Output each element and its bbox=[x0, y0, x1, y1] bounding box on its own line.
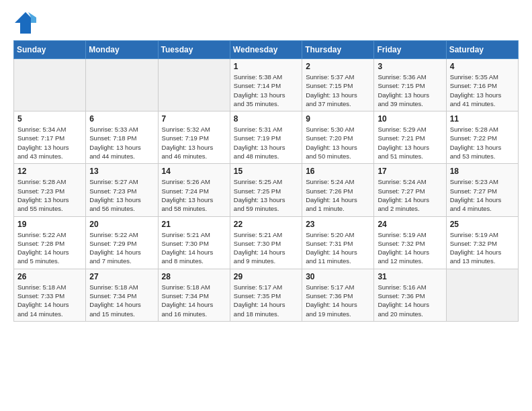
day-info: Sunrise: 5:26 AM Sunset: 7:24 PM Dayligh… bbox=[162, 177, 226, 213]
logo-icon bbox=[13, 11, 38, 35]
day-number: 17 bbox=[378, 167, 442, 176]
day-info: Sunrise: 5:34 AM Sunset: 7:17 PM Dayligh… bbox=[17, 125, 82, 161]
calendar-cell: 16Sunrise: 5:24 AM Sunset: 7:26 PM Dayli… bbox=[302, 164, 374, 216]
calendar-cell: 19Sunrise: 5:22 AM Sunset: 7:28 PM Dayli… bbox=[14, 216, 86, 269]
day-number: 18 bbox=[450, 167, 515, 176]
day-number: 2 bbox=[306, 62, 370, 71]
calendar-cell: 10Sunrise: 5:29 AM Sunset: 7:21 PM Dayli… bbox=[374, 111, 446, 164]
day-number: 14 bbox=[162, 167, 226, 176]
calendar-cell: 7Sunrise: 5:32 AM Sunset: 7:19 PM Daylig… bbox=[158, 111, 230, 164]
calendar-week-row: 19Sunrise: 5:22 AM Sunset: 7:28 PM Dayli… bbox=[14, 216, 519, 269]
day-info: Sunrise: 5:33 AM Sunset: 7:18 PM Dayligh… bbox=[89, 125, 154, 161]
calendar-cell: 5Sunrise: 5:34 AM Sunset: 7:17 PM Daylig… bbox=[14, 111, 86, 164]
day-info: Sunrise: 5:24 AM Sunset: 7:26 PM Dayligh… bbox=[306, 177, 370, 213]
calendar-cell: 15Sunrise: 5:25 AM Sunset: 7:25 PM Dayli… bbox=[230, 164, 302, 216]
day-info: Sunrise: 5:27 AM Sunset: 7:23 PM Dayligh… bbox=[89, 177, 154, 213]
day-info: Sunrise: 5:37 AM Sunset: 7:15 PM Dayligh… bbox=[306, 73, 370, 108]
day-info: Sunrise: 5:18 AM Sunset: 7:34 PM Dayligh… bbox=[162, 283, 226, 318]
day-number: 27 bbox=[89, 272, 154, 281]
day-info: Sunrise: 5:28 AM Sunset: 7:22 PM Dayligh… bbox=[450, 125, 515, 161]
calendar-header-row: SundayMondayTuesdayWednesdayThursdayFrid… bbox=[14, 41, 519, 59]
day-info: Sunrise: 5:17 AM Sunset: 7:35 PM Dayligh… bbox=[234, 283, 298, 318]
day-number: 6 bbox=[89, 114, 154, 124]
day-info: Sunrise: 5:18 AM Sunset: 7:34 PM Dayligh… bbox=[89, 283, 154, 318]
day-number: 29 bbox=[234, 272, 298, 281]
calendar-cell bbox=[86, 59, 158, 111]
day-info: Sunrise: 5:21 AM Sunset: 7:30 PM Dayligh… bbox=[234, 230, 298, 266]
calendar-cell: 1Sunrise: 5:38 AM Sunset: 7:14 PM Daylig… bbox=[230, 59, 302, 111]
calendar-cell: 26Sunrise: 5:18 AM Sunset: 7:33 PM Dayli… bbox=[14, 269, 86, 321]
col-header-monday: Monday bbox=[86, 41, 158, 59]
day-info: Sunrise: 5:19 AM Sunset: 7:32 PM Dayligh… bbox=[450, 230, 515, 266]
day-number: 31 bbox=[378, 272, 442, 281]
col-header-tuesday: Tuesday bbox=[158, 41, 230, 59]
calendar-cell: 9Sunrise: 5:30 AM Sunset: 7:20 PM Daylig… bbox=[302, 111, 374, 164]
calendar-cell: 28Sunrise: 5:18 AM Sunset: 7:34 PM Dayli… bbox=[158, 269, 230, 321]
calendar-cell: 30Sunrise: 5:17 AM Sunset: 7:36 PM Dayli… bbox=[302, 269, 374, 321]
day-info: Sunrise: 5:28 AM Sunset: 7:23 PM Dayligh… bbox=[17, 177, 82, 213]
day-number: 1 bbox=[234, 62, 298, 71]
calendar-cell: 3Sunrise: 5:36 AM Sunset: 7:15 PM Daylig… bbox=[374, 59, 446, 111]
calendar-cell: 2Sunrise: 5:37 AM Sunset: 7:15 PM Daylig… bbox=[302, 59, 374, 111]
day-info: Sunrise: 5:29 AM Sunset: 7:21 PM Dayligh… bbox=[378, 125, 442, 161]
calendar-cell: 20Sunrise: 5:22 AM Sunset: 7:29 PM Dayli… bbox=[86, 216, 158, 269]
day-info: Sunrise: 5:19 AM Sunset: 7:32 PM Dayligh… bbox=[378, 230, 442, 266]
logo bbox=[13, 11, 42, 35]
day-number: 22 bbox=[234, 220, 298, 229]
day-info: Sunrise: 5:21 AM Sunset: 7:30 PM Dayligh… bbox=[162, 230, 226, 266]
calendar-cell: 24Sunrise: 5:19 AM Sunset: 7:32 PM Dayli… bbox=[374, 216, 446, 269]
day-number: 12 bbox=[17, 167, 82, 176]
day-number: 21 bbox=[162, 220, 226, 229]
calendar-cell: 27Sunrise: 5:18 AM Sunset: 7:34 PM Dayli… bbox=[86, 269, 158, 321]
day-info: Sunrise: 5:23 AM Sunset: 7:27 PM Dayligh… bbox=[450, 177, 515, 213]
day-number: 19 bbox=[17, 220, 82, 229]
calendar-cell bbox=[446, 269, 518, 321]
day-info: Sunrise: 5:22 AM Sunset: 7:28 PM Dayligh… bbox=[17, 230, 82, 266]
page-header bbox=[13, 11, 519, 35]
day-info: Sunrise: 5:20 AM Sunset: 7:31 PM Dayligh… bbox=[306, 230, 370, 266]
day-info: Sunrise: 5:16 AM Sunset: 7:36 PM Dayligh… bbox=[378, 283, 442, 318]
calendar-cell: 17Sunrise: 5:24 AM Sunset: 7:27 PM Dayli… bbox=[374, 164, 446, 216]
calendar-cell: 13Sunrise: 5:27 AM Sunset: 7:23 PM Dayli… bbox=[86, 164, 158, 216]
day-info: Sunrise: 5:24 AM Sunset: 7:27 PM Dayligh… bbox=[378, 177, 442, 213]
day-number: 28 bbox=[162, 272, 226, 281]
day-number: 15 bbox=[234, 167, 298, 176]
calendar-cell: 14Sunrise: 5:26 AM Sunset: 7:24 PM Dayli… bbox=[158, 164, 230, 216]
day-info: Sunrise: 5:30 AM Sunset: 7:20 PM Dayligh… bbox=[306, 125, 370, 161]
calendar-cell: 22Sunrise: 5:21 AM Sunset: 7:30 PM Dayli… bbox=[230, 216, 302, 269]
calendar-cell: 29Sunrise: 5:17 AM Sunset: 7:35 PM Dayli… bbox=[230, 269, 302, 321]
calendar-cell: 8Sunrise: 5:31 AM Sunset: 7:19 PM Daylig… bbox=[230, 111, 302, 164]
day-number: 30 bbox=[306, 272, 370, 281]
calendar-week-row: 5Sunrise: 5:34 AM Sunset: 7:17 PM Daylig… bbox=[14, 111, 519, 164]
day-number: 8 bbox=[234, 114, 298, 124]
day-number: 24 bbox=[378, 220, 442, 229]
calendar-cell: 31Sunrise: 5:16 AM Sunset: 7:36 PM Dayli… bbox=[374, 269, 446, 321]
day-info: Sunrise: 5:36 AM Sunset: 7:15 PM Dayligh… bbox=[378, 73, 442, 108]
calendar-week-row: 26Sunrise: 5:18 AM Sunset: 7:33 PM Dayli… bbox=[14, 269, 519, 321]
day-number: 9 bbox=[306, 114, 370, 124]
day-number: 10 bbox=[378, 114, 442, 124]
day-number: 3 bbox=[378, 62, 442, 71]
calendar-cell: 25Sunrise: 5:19 AM Sunset: 7:32 PM Dayli… bbox=[446, 216, 518, 269]
day-number: 20 bbox=[89, 220, 154, 229]
day-info: Sunrise: 5:35 AM Sunset: 7:16 PM Dayligh… bbox=[450, 73, 515, 108]
calendar-cell bbox=[14, 59, 86, 111]
day-number: 16 bbox=[306, 167, 370, 176]
col-header-thursday: Thursday bbox=[302, 41, 374, 59]
day-info: Sunrise: 5:25 AM Sunset: 7:25 PM Dayligh… bbox=[234, 177, 298, 213]
day-number: 13 bbox=[89, 167, 154, 176]
calendar-cell: 23Sunrise: 5:20 AM Sunset: 7:31 PM Dayli… bbox=[302, 216, 374, 269]
col-header-friday: Friday bbox=[374, 41, 446, 59]
day-number: 25 bbox=[450, 220, 515, 229]
calendar-cell: 12Sunrise: 5:28 AM Sunset: 7:23 PM Dayli… bbox=[14, 164, 86, 216]
day-info: Sunrise: 5:17 AM Sunset: 7:36 PM Dayligh… bbox=[306, 283, 370, 318]
col-header-sunday: Sunday bbox=[14, 41, 86, 59]
calendar-cell: 21Sunrise: 5:21 AM Sunset: 7:30 PM Dayli… bbox=[158, 216, 230, 269]
calendar-week-row: 12Sunrise: 5:28 AM Sunset: 7:23 PM Dayli… bbox=[14, 164, 519, 216]
calendar-cell: 6Sunrise: 5:33 AM Sunset: 7:18 PM Daylig… bbox=[86, 111, 158, 164]
calendar-week-row: 1Sunrise: 5:38 AM Sunset: 7:14 PM Daylig… bbox=[14, 59, 519, 111]
day-info: Sunrise: 5:31 AM Sunset: 7:19 PM Dayligh… bbox=[234, 125, 298, 161]
day-number: 7 bbox=[162, 114, 226, 124]
day-number: 11 bbox=[450, 114, 515, 124]
day-info: Sunrise: 5:22 AM Sunset: 7:29 PM Dayligh… bbox=[89, 230, 154, 266]
